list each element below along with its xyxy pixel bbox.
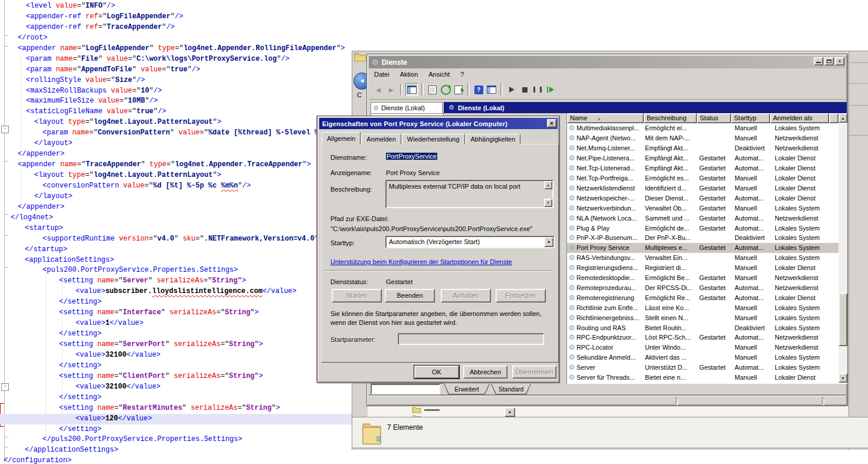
dialog-titlebar[interactable]: Eigenschaften von Port Proxy Service (Lo… [319,118,558,129]
menu-help[interactable]: ? [455,70,469,79]
service-row[interactable]: ⚙Remoteprozedurau...Der RPCSS-Di...Gesta… [567,283,838,293]
big-folder-icon [362,419,382,445]
service-row[interactable]: ⚙NAP-Agent (Netwo...Mit dem NAP-...Manue… [567,133,838,143]
code-line: </puls200.PortProxyService.Properties.Se… [0,435,353,445]
service-row[interactable]: ⚙Net.Msmq-Listener...Empfängt Akt...Deak… [567,143,838,153]
view-tab-erweitert[interactable]: Erweitert [444,384,490,394]
service-row[interactable]: ⚙Net.Pipe-Listenera...Empfängt Akt...Ges… [567,153,838,163]
folder-icon[interactable] [412,406,421,413]
panel-divider [849,135,868,136]
menu-datei[interactable]: Datei [369,70,395,79]
service-row[interactable]: ⚙RPC-Endpunktzuor...Löst RPC-Sch...Gesta… [567,333,838,343]
tab-abhängigkeiten[interactable]: Abhängigkeiten [466,134,521,144]
back-icon[interactable]: ◄ [372,84,384,96]
startparameter-input[interactable] [398,333,544,345]
refresh-icon[interactable] [440,84,451,96]
service-row[interactable]: ⚙Registrierungsdiens...Registriert di...… [567,263,838,273]
service-row[interactable]: ⚙Net.Tcp-Listenerad...Empfängt Akt...Ges… [567,163,838,173]
show-tree-icon[interactable] [405,83,418,96]
service-row[interactable]: ⚙Routing und RASBietet Routin...Deaktivi… [567,323,838,333]
anhalten-button[interactable]: Anhalten [441,289,491,302]
beenden-button[interactable]: Beenden [385,289,435,302]
tab-anmelden[interactable]: Anmelden [361,134,401,144]
view-tab-standard[interactable]: Standard [491,384,531,394]
scroll-down-button[interactable]: ▼ [838,373,847,383]
service-row[interactable]: ⚙NetzwerklistendienstIdentifiziert d...G… [567,183,838,193]
service-gear-icon: ⚙ [567,314,577,322]
start-service-icon[interactable] [506,84,517,96]
window-titlebar[interactable]: ⚙ Dienste [369,56,846,68]
column-header-starttyp[interactable]: Starttyp [731,113,770,123]
vertical-scrollbar[interactable]: ▲ ▼ [838,113,847,383]
service-row[interactable]: ⚙Plug & PlayErmöglicht de...GestartetAut… [567,223,838,233]
starten-button[interactable]: Starten [332,289,382,302]
close-icon[interactable]: × [547,119,556,127]
starttyp-label: Starttyp: [330,239,355,246]
close-icon[interactable]: × [835,57,844,65]
startoptions-help-link[interactable]: Unterstützung beim Konfigurieren der Sta… [330,258,512,265]
scroll-down-button[interactable]: ▼ [544,199,552,207]
minimize-icon[interactable] [814,57,823,65]
pause-service-icon[interactable] [532,84,543,96]
starttyp-dropdown[interactable]: Automatisch (Verzögerter Start) ▼ [385,236,555,248]
service-row[interactable]: ⚙RPC-LocatorUnter Windo...ManuellNetzwer… [567,343,838,353]
properties-icon[interactable] [427,84,438,96]
forward-icon[interactable]: ► [385,84,397,96]
menu-ansicht[interactable]: Ansicht [423,70,455,79]
services-gear-icon: ⚙ [448,104,454,111]
service-row[interactable]: ⚙Richtlinie zum Entfe...Lässt eine Ko...… [567,302,838,312]
code-line: <staticLogFileName value="true"/> [0,107,353,117]
chevron-down-icon[interactable]: ▼ [544,237,553,247]
column-header-name[interactable]: Name ▲ [567,113,644,123]
stop-service-icon[interactable] [519,84,530,96]
startparameter-hint-1: Sie können die Startparameter angeben, d… [330,310,542,317]
window-title: Dienste [382,58,407,67]
code-line: <layout type="log4net.Layout.PatternLayo… [0,170,353,181]
tree-tab-dienste-lokal[interactable]: ⚙ Dienste (Lokal) [371,102,443,113]
maximize-icon[interactable] [824,57,834,65]
scrollbar-thumb[interactable] [838,293,847,346]
beschreibung-field[interactable]: Multiplexes external TCP/IP data on loca… [385,180,553,208]
service-row[interactable]: ⚙Sekundäre Anmeld...Aktiviert das ...Man… [567,353,838,363]
service-row[interactable]: ⚙NLA (Network Loca...Sammelt und ...Gest… [567,213,838,223]
dropdown-button[interactable]: ▼ [505,407,515,417]
cancel-button[interactable]: Abbrechen [463,366,507,379]
menu-aktion[interactable]: Aktion [395,70,424,79]
window-edge [849,51,849,450]
view-tabs: ErweitertStandard [444,384,532,394]
scroll-up-button[interactable]: ▲ [544,181,552,189]
scroll-up-button[interactable]: ▲ [838,113,847,123]
fortsetzen-button[interactable]: Fortsetzen [496,289,546,302]
service-row[interactable]: ⚙Netzwerkverbindun...Verwaltet Ob...Gest… [567,203,838,213]
service-row[interactable]: ⚙Net.Tcp-Portfreiga...Ermöglicht es...Ge… [567,173,838,183]
service-row[interactable]: ⚙RAS-Verbindungsv...Verwaltet Ein...Manu… [567,253,838,263]
service-row[interactable]: ⚙Multimediaklassenpl...Ermöglicht ei...M… [567,123,838,133]
service-row[interactable]: ⚙PnP-X-IP-Busenum...Der PnP-X-Bu...Deakt… [567,233,838,243]
tab-allgemein[interactable]: Allgemein [322,132,361,144]
column-header-beschreibung[interactable]: Beschreibung [644,113,697,123]
service-row[interactable]: ⚙Port Proxy ServiceMultiplexes e...Gesta… [567,243,838,253]
service-row[interactable]: ⚙Netzwerkspeicher-...Dieser Dienst...Ges… [567,193,838,203]
service-row[interactable]: ⚙Server für Threads...Bietet eine n...Ma… [567,373,838,383]
dienstname-value[interactable]: PortProxyService [386,153,437,160]
column-header-anmelden-als[interactable]: Anmelden als [770,113,829,123]
restart-service-icon[interactable] [545,84,556,96]
code-lines: <level value="INFO"/><appender-ref ref="… [0,0,353,464]
service-row[interactable]: ⚙ServerUnterstützt D...GestartetAutomat.… [567,363,838,373]
new-window-icon[interactable] [486,84,497,96]
service-row[interactable]: ⚙RemoteregistrierungErmöglicht Re...Gest… [567,292,838,302]
help-icon[interactable]: ? [473,84,484,96]
column-header-status[interactable]: Status [697,113,731,123]
apply-button[interactable]: Übernehmen [512,366,556,379]
service-row[interactable]: ⚙Remotedesktopdie...Ermöglicht Be...Gest… [567,273,838,283]
export-list-icon[interactable] [453,84,464,96]
service-gear-icon: ⚙ [567,284,577,292]
code-line: </appender> [0,149,353,160]
code-line: <setting name="ClientPort" serializeAs="… [0,371,353,382]
code-line: <applicationSettings> [0,255,353,266]
tab-wiederherstellung[interactable]: Wiederherstellung [402,134,465,144]
ok-button[interactable]: OK [414,366,459,379]
service-row[interactable]: ⚙Richtlinienergebniss...Stellt einen N..… [567,312,838,323]
down-arrow-icon: ▼ [841,376,845,380]
code-line: <param name="File" value="C:\work\logs\P… [0,54,353,65]
